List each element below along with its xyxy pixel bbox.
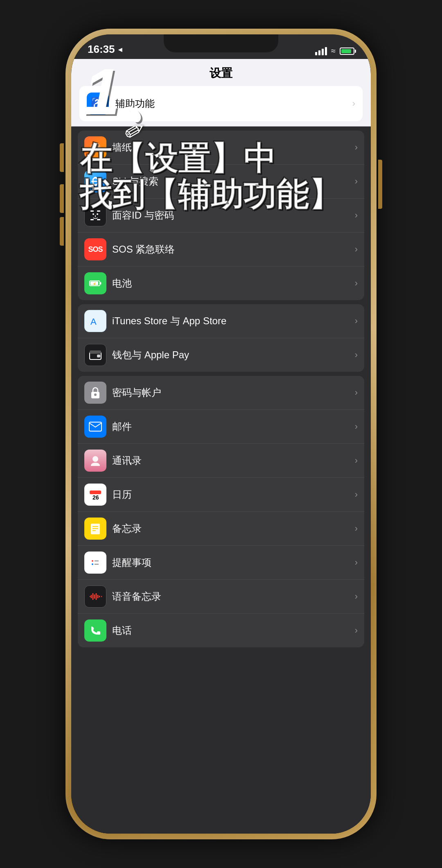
- svg-point-21: [94, 393, 97, 396]
- settings-group-inner-3: 密码与帐户 › 邮件 ›: [78, 376, 364, 647]
- svg-rect-6: [97, 210, 100, 212]
- phone-inner: 16:35 ◂ ≈ 设置: [71, 34, 371, 834]
- phone-icon: [84, 619, 106, 642]
- faceid-icon: [84, 204, 106, 226]
- contacts-icon: [84, 450, 106, 472]
- sos-label: SOS 紧急联络: [112, 243, 349, 256]
- list-item[interactable]: 电话 ›: [78, 614, 364, 647]
- password-icon: [84, 382, 106, 404]
- accessibility-label: 辅助功能: [115, 97, 346, 110]
- svg-point-23: [92, 456, 98, 462]
- password-chevron: ›: [355, 387, 358, 398]
- battery-icon: [340, 47, 354, 55]
- list-item[interactable]: Siri 与搜索 ›: [78, 165, 364, 199]
- svg-rect-7: [90, 219, 94, 220]
- siri-chevron: ›: [355, 176, 358, 187]
- phone-outer: 16:35 ◂ ≈ 设置: [65, 29, 377, 839]
- notes-label: 备忘录: [112, 522, 349, 535]
- svg-point-32: [92, 560, 93, 562]
- settings-group-inner-2: A iTunes Store 与 App Store ›: [78, 304, 364, 372]
- calendar-label: 日历: [112, 488, 349, 501]
- wallpaper-icon: [84, 136, 106, 158]
- mail-icon: [84, 416, 106, 438]
- sos-chevron: ›: [355, 244, 358, 255]
- svg-point-2: [95, 146, 99, 150]
- sos-icon: SOS: [84, 238, 106, 260]
- settings-group-3: 密码与帐户 › 邮件 ›: [71, 376, 371, 647]
- list-item[interactable]: 26 日历 ›: [78, 478, 364, 512]
- itunes-chevron: ›: [355, 316, 358, 326]
- wallet-label: 钱包与 Apple Pay: [112, 348, 349, 362]
- time-display: 16:35: [88, 43, 115, 56]
- list-item[interactable]: 备忘录 ›: [78, 512, 364, 546]
- battery-label: 电池: [112, 277, 349, 290]
- svg-point-33: [92, 563, 93, 565]
- svg-text:26: 26: [92, 494, 99, 501]
- faceid-chevron: ›: [355, 210, 358, 221]
- accessibility-row[interactable]: ♿ 辅助功能 ›: [79, 86, 363, 121]
- status-time: 16:35 ◂: [88, 43, 122, 56]
- calendar-chevron: ›: [355, 489, 358, 500]
- list-item[interactable]: 语音备忘录 ›: [78, 580, 364, 614]
- accessibility-chevron: ›: [352, 98, 355, 109]
- settings-scroll[interactable]: 墙纸 ›: [71, 127, 371, 834]
- mail-chevron: ›: [355, 421, 358, 432]
- reminders-label: 提醒事项: [112, 556, 349, 569]
- wallet-chevron: ›: [355, 350, 358, 360]
- list-item[interactable]: 提醒事项 ›: [78, 546, 364, 580]
- svg-point-9: [92, 213, 94, 215]
- wifi-icon: ≈: [331, 46, 336, 56]
- reminders-chevron: ›: [355, 557, 358, 568]
- list-item[interactable]: 密码与帐户 ›: [78, 376, 364, 410]
- reminders-icon: [84, 552, 106, 574]
- location-icon: ◂: [118, 45, 122, 54]
- svg-rect-19: [97, 355, 100, 357]
- settings-group-inner-1: 墙纸 ›: [78, 131, 364, 300]
- signal-bars: [315, 47, 327, 55]
- page-title: 设置: [79, 66, 363, 81]
- svg-point-31: [90, 558, 100, 567]
- password-label: 密码与帐户: [112, 386, 349, 399]
- battery-fill: [341, 49, 351, 53]
- settings-group-2: A iTunes Store 与 App Store ›: [71, 304, 371, 372]
- svg-text:A: A: [90, 316, 97, 327]
- battery-settings-icon: ⚡: [84, 272, 106, 294]
- notes-icon: [84, 518, 106, 540]
- voice-memo-chevron: ›: [355, 591, 358, 602]
- svg-point-1: [91, 144, 95, 147]
- list-item[interactable]: A iTunes Store 与 App Store ›: [78, 304, 364, 338]
- contacts-chevron: ›: [355, 455, 358, 466]
- svg-rect-25: [90, 491, 101, 494]
- contacts-label: 通讯录: [112, 454, 349, 467]
- battery-chevron: ›: [355, 278, 358, 289]
- wallet-icon: [84, 344, 106, 366]
- svg-rect-5: [90, 210, 94, 212]
- phone-chevron: ›: [355, 625, 358, 636]
- mail-label: 邮件: [112, 420, 349, 433]
- siri-icon: [84, 170, 106, 192]
- svg-point-10: [97, 213, 98, 215]
- itunes-label: iTunes Store 与 App Store: [112, 314, 349, 328]
- accessibility-icon: ♿: [87, 93, 109, 115]
- list-item[interactable]: ⚡ 电池 ›: [78, 267, 364, 300]
- faceid-label: 面容ID 与密码: [112, 209, 349, 222]
- list-item[interactable]: 邮件 ›: [78, 410, 364, 444]
- svg-rect-8: [97, 219, 100, 220]
- status-icons: ≈: [315, 46, 354, 56]
- svg-rect-12: [100, 282, 101, 284]
- list-item[interactable]: 通讯录 ›: [78, 444, 364, 478]
- calendar-icon: 26: [84, 484, 106, 506]
- voice-memo-label: 语音备忘录: [112, 590, 349, 603]
- voice-memo-icon: [84, 585, 106, 608]
- nav-bar: 设置 ♿ 辅助功能 ›: [71, 59, 371, 127]
- settings-group-1: 墙纸 ›: [71, 131, 371, 300]
- svg-text:⚡: ⚡: [92, 282, 97, 286]
- list-item[interactable]: 钱包与 Apple Pay ›: [78, 338, 364, 372]
- list-item[interactable]: 面容ID 与密码 ›: [78, 199, 364, 233]
- list-item[interactable]: 墙纸 ›: [78, 131, 364, 165]
- svg-rect-18: [90, 350, 101, 354]
- list-item[interactable]: SOS SOS 紧急联络 ›: [78, 233, 364, 267]
- itunes-icon: A: [84, 310, 106, 332]
- notes-chevron: ›: [355, 523, 358, 534]
- phone-label: 电话: [112, 624, 349, 637]
